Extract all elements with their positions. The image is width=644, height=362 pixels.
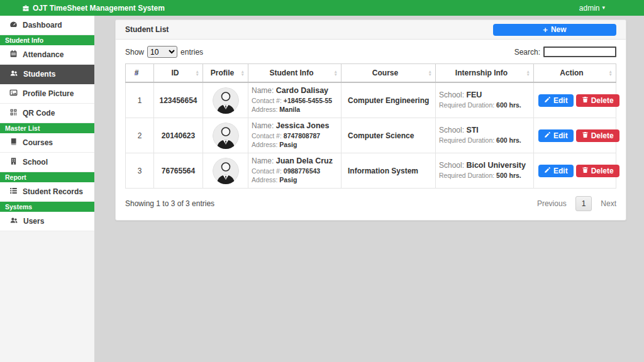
sort-icons: ▲▼: [334, 70, 338, 76]
column-header-student-info[interactable]: Student Info ▲▼: [248, 64, 341, 83]
student-info-cell: Name: Juan Dela Cruz Contact #: 09887765…: [248, 153, 341, 189]
search-label: Search:: [514, 48, 540, 57]
sidebar-item-label: School: [23, 158, 48, 167]
pencil-icon: [544, 131, 551, 140]
card-header: Student List + New: [116, 20, 626, 40]
required-duration: 600 hrs.: [496, 101, 521, 109]
new-button[interactable]: + New: [493, 24, 616, 36]
search-control: Search:: [514, 47, 616, 57]
user-menu[interactable]: admin ▾: [579, 4, 605, 13]
users-icon: [9, 216, 18, 226]
avatar: [213, 158, 239, 184]
page-title: Student List: [125, 25, 169, 34]
sort-icons: ▲▼: [526, 70, 530, 76]
required-duration: 600 hrs.: [496, 136, 521, 144]
next-page-button[interactable]: Next: [601, 199, 616, 208]
student-address: Pasig: [279, 176, 297, 184]
school-name: Bicol University: [466, 161, 525, 170]
edit-button[interactable]: Edit: [538, 165, 574, 177]
sidebar-item-users[interactable]: Users: [0, 212, 94, 231]
nav-brand[interactable]: OJT TimeSheet Management System: [22, 4, 165, 13]
pagination: Previous 1 Next: [537, 196, 616, 211]
sidebar-item-label: Profile Picture: [23, 89, 74, 98]
sidebar-item-students[interactable]: Students: [0, 65, 94, 84]
column-header-course[interactable]: Course ▲▼: [341, 64, 436, 83]
dashboard-icon: [9, 20, 18, 30]
sidebar-item-profile-picture[interactable]: Profile Picture: [0, 84, 94, 104]
trash-icon: [582, 167, 589, 175]
student-id: 76765564: [154, 153, 203, 189]
sidebar-item-qr-code[interactable]: QR Code: [0, 104, 94, 123]
student-name: Cardo Dalisay: [276, 86, 328, 95]
sidebar-item-courses[interactable]: Courses: [0, 133, 94, 153]
sidebar-item-dashboard[interactable]: Dashboard: [0, 16, 94, 35]
column-header-num[interactable]: # ▲: [126, 64, 154, 83]
student-name: Juan Dela Cruz: [276, 156, 333, 165]
sort-asc-icon: ▲: [134, 68, 138, 77]
show-label: Show: [125, 48, 144, 57]
caret-down-icon: ▾: [602, 5, 605, 11]
student-contact: 0988776543: [284, 167, 320, 175]
pencil-icon: [544, 96, 551, 105]
table-row: 3 76765564 Name: Juan Dela Cruz Contact …: [126, 153, 616, 189]
edit-button[interactable]: Edit: [538, 129, 574, 142]
sidebar-item-school[interactable]: School: [0, 153, 94, 172]
search-input[interactable]: [543, 47, 616, 57]
edit-button[interactable]: Edit: [538, 94, 574, 107]
sort-icons: ▲▼: [241, 70, 245, 76]
action-cell: EditDelete: [534, 153, 616, 189]
students-table: # ▲ ID ▲▼ Profile ▲▼: [125, 63, 616, 189]
internship-info-cell: School: FEU Required Duration: 600 hrs.: [436, 82, 534, 118]
student-address: Pasig: [279, 141, 297, 148]
sort-icons: ▲▼: [609, 70, 613, 76]
main-content: Student List + New Show 10 entries: [94, 16, 644, 362]
student-contact: +18456-5455-55: [284, 97, 332, 104]
sidebar-item-label: Student Records: [23, 187, 83, 196]
sidebar-item-attendance[interactable]: Attendance: [0, 45, 94, 65]
sidebar-item-label: Courses: [23, 138, 53, 147]
sort-icons: ▲▼: [428, 70, 432, 76]
student-list-card: Student List + New Show 10 entries: [115, 19, 626, 221]
qr-code-icon: [9, 108, 18, 118]
internship-info-cell: School: Bicol University Required Durati…: [436, 153, 534, 189]
brand-title: OJT TimeSheet Management System: [33, 4, 165, 13]
required-duration: 500 hrs.: [496, 172, 521, 179]
delete-button[interactable]: Delete: [576, 129, 619, 142]
sidebar-item-label: Students: [23, 70, 55, 79]
sidebar: Dashboard Student Info Attendance Studen…: [0, 16, 94, 362]
sidebar-item-student-records[interactable]: Student Records: [0, 182, 94, 202]
school-icon: [9, 157, 18, 167]
table-controls: Show 10 entries Search:: [125, 46, 616, 58]
row-number: 3: [126, 153, 154, 189]
course-cell: Computer Science: [341, 118, 436, 153]
column-header-profile[interactable]: Profile ▲▼: [203, 64, 248, 83]
course-cell: Computer Engineering: [341, 82, 436, 118]
column-header-action[interactable]: Action ▲▼: [534, 64, 616, 83]
previous-page-button[interactable]: Previous: [537, 199, 567, 208]
sidebar-item-label: Attendance: [23, 50, 64, 59]
trash-icon: [582, 131, 589, 140]
pencil-icon: [544, 167, 551, 175]
page-number-button[interactable]: 1: [575, 196, 592, 211]
students-icon: [9, 69, 18, 79]
table-row: 1 123456654 Name: Cardo Dalisay Contact …: [126, 82, 616, 118]
column-header-internship-info[interactable]: Internship Info ▲▼: [436, 64, 534, 83]
action-cell: EditDelete: [534, 82, 616, 118]
sidebar-item-label: Dashboard: [23, 21, 62, 30]
delete-button[interactable]: Delete: [576, 165, 619, 177]
action-cell: EditDelete: [534, 118, 616, 153]
sidebar-section-systems: Systems: [0, 202, 94, 212]
profile-picture-icon: [9, 89, 18, 99]
delete-button[interactable]: Delete: [576, 94, 619, 107]
student-records-icon: [9, 187, 18, 197]
sidebar-section-student-info: Student Info: [0, 35, 94, 45]
page-length-select[interactable]: 10: [147, 46, 177, 58]
sort-icons: ▲▼: [196, 70, 199, 76]
plus-icon: +: [543, 26, 548, 34]
profile-cell: [203, 153, 248, 189]
entries-label: entries: [180, 48, 203, 57]
top-navbar: OJT TimeSheet Management System admin ▾: [0, 0, 644, 16]
sidebar-section-report: Report: [0, 172, 94, 182]
school-name: FEU: [466, 90, 482, 99]
column-header-id[interactable]: ID ▲▼: [154, 64, 203, 83]
